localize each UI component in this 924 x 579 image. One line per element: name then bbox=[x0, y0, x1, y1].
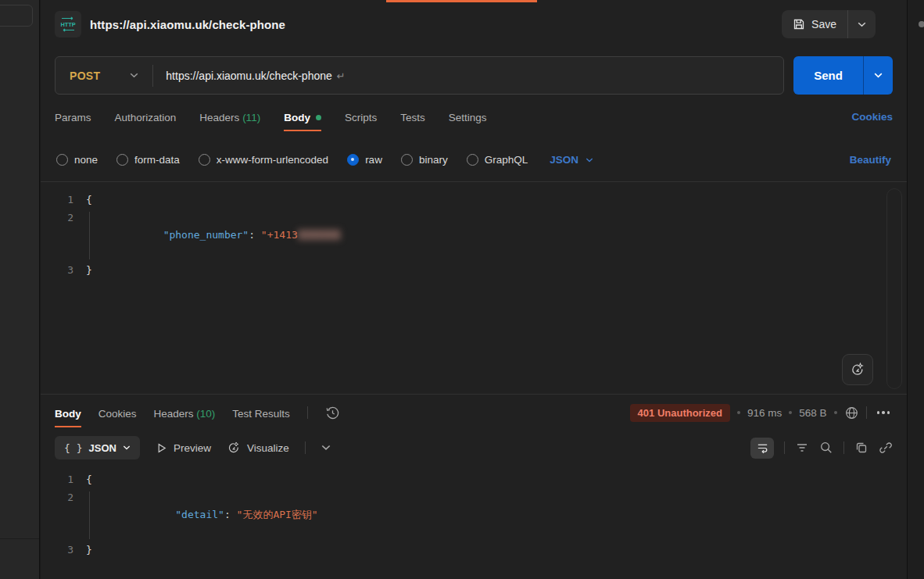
right-edge-strip bbox=[907, 0, 924, 579]
sidebar-bottom-divider bbox=[0, 538, 39, 539]
active-tab-underline bbox=[55, 426, 81, 427]
open-brace: { bbox=[86, 474, 92, 485]
response-tab-test-results[interactable]: Test Results bbox=[232, 397, 290, 429]
radio-icon[interactable] bbox=[467, 154, 478, 166]
url-box: POST https://api.xiaomu.uk/check-phone↵ bbox=[55, 56, 784, 95]
divider bbox=[307, 406, 308, 419]
send-button[interactable]: Send bbox=[793, 56, 893, 95]
radio-selected-icon[interactable] bbox=[347, 154, 359, 166]
filter-button[interactable] bbox=[795, 441, 809, 455]
tab-settings[interactable]: Settings bbox=[449, 98, 487, 136]
filter-icon bbox=[795, 441, 809, 455]
raw-format-selector[interactable]: JSON bbox=[550, 154, 593, 166]
indent-guide bbox=[89, 491, 90, 540]
svg-text:HTTP: HTTP bbox=[60, 21, 75, 28]
code-line-2: 2 "phone_number": "+14135555555 bbox=[41, 209, 907, 263]
copy-button[interactable] bbox=[854, 441, 868, 455]
bodytype-none[interactable]: none bbox=[56, 154, 98, 166]
response-time[interactable]: 916 ms bbox=[747, 407, 782, 419]
visualize-button[interactable]: Visualize bbox=[227, 441, 289, 455]
tab-tests[interactable]: Tests bbox=[400, 98, 425, 136]
postbot-button[interactable] bbox=[842, 354, 873, 385]
response-tab-body[interactable]: Body bbox=[55, 397, 81, 429]
active-request-tab-indicator bbox=[386, 0, 537, 2]
json-key: "phone_number" bbox=[163, 229, 249, 241]
chevron-down-icon bbox=[123, 445, 131, 450]
http-method-icon: HTTP bbox=[55, 11, 81, 38]
sidebar-partial-card bbox=[0, 5, 33, 27]
chevron-down-icon bbox=[130, 73, 138, 78]
tab-params[interactable]: Params bbox=[55, 98, 91, 136]
line-number: 3 bbox=[41, 262, 86, 280]
chevron-down-icon bbox=[586, 158, 593, 163]
radio-icon[interactable] bbox=[401, 154, 413, 166]
response-section: Body Cookies Headers (10) Test Results 4… bbox=[41, 394, 907, 579]
response-format-selector[interactable]: { } JSON bbox=[55, 436, 140, 459]
method-selector[interactable]: POST bbox=[56, 70, 152, 82]
response-tab-headers[interactable]: Headers (10) bbox=[154, 397, 216, 429]
request-tabs: Params Authorization Headers (11) Body S… bbox=[41, 95, 907, 138]
main-panel: HTTP https://api.xiaomu.uk/check-phone S… bbox=[41, 0, 907, 579]
divider bbox=[784, 441, 785, 454]
bodytype-form-data[interactable]: form-data bbox=[116, 154, 180, 166]
radio-icon[interactable] bbox=[56, 154, 68, 166]
bodytype-urlencoded[interactable]: x-www-form-urlencoded bbox=[199, 154, 328, 166]
left-sidebar bbox=[0, 0, 40, 579]
search-icon bbox=[819, 441, 833, 455]
code-line-1: 1 { bbox=[41, 191, 907, 209]
separator-dot bbox=[834, 411, 837, 414]
tab-headers[interactable]: Headers (11) bbox=[199, 98, 260, 136]
response-tab-cookies[interactable]: Cookies bbox=[98, 397, 137, 429]
save-icon bbox=[793, 18, 805, 30]
bodytype-raw[interactable]: raw bbox=[347, 154, 382, 166]
divider bbox=[843, 441, 844, 454]
beautify-link[interactable]: Beautify bbox=[850, 154, 891, 166]
tab-authorization[interactable]: Authorization bbox=[115, 98, 177, 136]
json-value: "无效的API密钥" bbox=[237, 509, 318, 520]
send-options-button[interactable] bbox=[863, 56, 893, 95]
line-number: 2 bbox=[41, 489, 86, 542]
play-icon bbox=[156, 442, 167, 454]
bodytype-binary[interactable]: binary bbox=[401, 154, 448, 166]
network-info-button[interactable] bbox=[844, 406, 859, 420]
chevron-down-icon bbox=[858, 22, 866, 27]
cookies-link[interactable]: Cookies bbox=[851, 111, 893, 123]
close-brace: } bbox=[86, 544, 92, 556]
status-badge[interactable]: 401 Unauthorized bbox=[630, 404, 730, 422]
response-body-editor[interactable]: 1 { 2 "detail": "无效的API密钥" 3 } bbox=[41, 465, 907, 579]
bodytype-graphql[interactable]: GraphQL bbox=[467, 154, 528, 166]
url-input[interactable]: https://api.xiaomu.uk/check-phone↵ bbox=[153, 70, 357, 82]
wrap-text-button[interactable] bbox=[750, 438, 774, 459]
history-icon bbox=[325, 406, 340, 420]
editor-scrollbar[interactable] bbox=[886, 188, 902, 389]
search-button[interactable] bbox=[819, 441, 833, 455]
save-button-main[interactable]: Save bbox=[782, 10, 847, 38]
separator-dot bbox=[789, 411, 792, 414]
enter-hint-icon: ↵ bbox=[337, 70, 346, 82]
response-history-button[interactable] bbox=[325, 406, 340, 420]
request-body-editor[interactable]: 1 { 2 "phone_number": "+14135555555 3 } bbox=[41, 181, 907, 394]
link-button[interactable] bbox=[879, 441, 893, 455]
radio-icon[interactable] bbox=[116, 154, 128, 166]
preview-button[interactable]: Preview bbox=[156, 442, 211, 454]
close-brace: } bbox=[86, 264, 92, 276]
save-options-button[interactable] bbox=[847, 10, 876, 38]
divider bbox=[866, 406, 867, 419]
separator-dot bbox=[737, 411, 740, 414]
send-button-label[interactable]: Send bbox=[793, 56, 863, 95]
more-options-icon[interactable] bbox=[874, 408, 894, 417]
json-value-visible: "+1413 bbox=[261, 229, 298, 241]
response-tabs: Body Cookies Headers (10) Test Results 4… bbox=[41, 395, 907, 431]
headers-count: (11) bbox=[242, 112, 260, 123]
code-line-1: 1 { bbox=[41, 471, 907, 489]
line-number: 1 bbox=[41, 191, 86, 209]
method-label: POST bbox=[70, 70, 100, 82]
tab-scripts[interactable]: Scripts bbox=[345, 98, 377, 136]
braces-icon: { } bbox=[64, 442, 82, 454]
chevron-down-icon[interactable] bbox=[321, 445, 331, 451]
save-button[interactable]: Save bbox=[782, 10, 876, 38]
tab-body[interactable]: Body bbox=[284, 98, 321, 136]
radio-icon[interactable] bbox=[199, 154, 210, 166]
code-line-3: 3 } bbox=[41, 541, 907, 559]
response-size[interactable]: 568 B bbox=[799, 407, 826, 419]
